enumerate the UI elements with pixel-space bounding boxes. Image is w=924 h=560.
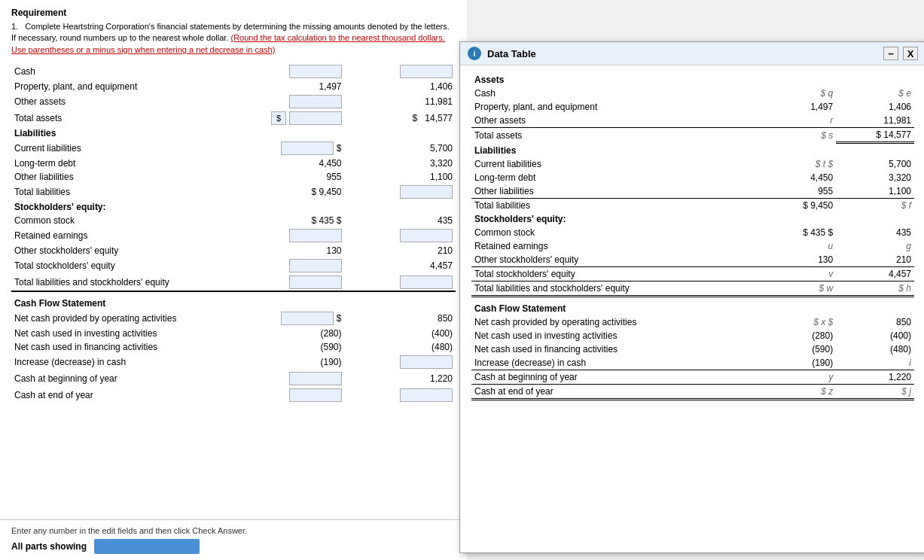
cash-label: Cash (11, 63, 256, 80)
progress-bar (94, 539, 200, 554)
dt-total-liab-dollar: $ (803, 200, 808, 211)
dt-current-val2: 5,700 (836, 157, 914, 171)
total-liab-equity-input1 (256, 274, 345, 291)
cash-input2[interactable] (400, 65, 453, 78)
total-liab-dollar: $ (311, 187, 316, 197)
dt-common-dollar: $ (803, 227, 808, 238)
other-assets-input1 (256, 93, 345, 110)
total-assets-input2[interactable] (289, 111, 342, 125)
total-assets-label: Total assets (11, 110, 256, 126)
dt-total-equity-val2: 4,457 (836, 267, 914, 282)
all-parts-row: All parts showing (11, 539, 456, 554)
dt-longterm-label: Long-term debt (471, 171, 758, 184)
end-cash-input1[interactable] (289, 388, 342, 402)
total-liab-equity-inp2[interactable] (400, 275, 453, 289)
operating-dollar: $ (337, 313, 342, 324)
dt-operating-label: Net cash provided by operating activitie… (471, 315, 758, 329)
info-icon: i (468, 47, 481, 60)
cash-input1[interactable] (289, 65, 342, 78)
dt-ppe-val2: 1,406 (836, 100, 914, 114)
minimize-button[interactable]: − (883, 47, 898, 60)
all-parts-label: All parts showing (11, 541, 87, 552)
dt-beg-val2: 1,220 (836, 370, 914, 385)
dt-other-liab-val2: 1,100 (836, 184, 914, 199)
enter-text: Enter any number in the edit fields and … (11, 526, 456, 535)
operating-label: Net cash provided by operating activitie… (11, 310, 256, 327)
investing-val1: (280) (256, 327, 345, 340)
total-assets-num: 14,577 (425, 113, 453, 123)
dt-common-val1: 435 $ (810, 227, 833, 238)
common-val1: 435 (319, 215, 334, 226)
end-cash-input-col1 (256, 387, 345, 403)
dt-increase-val2: i (836, 356, 914, 370)
dt-longterm-val1: 4,450 (758, 171, 836, 184)
dt-cash-val2: $ e (836, 87, 914, 100)
beg-cash-val2: 1,220 (345, 370, 456, 387)
dt-other-assets-val1: r (758, 114, 836, 128)
beg-cash-input1[interactable] (289, 372, 342, 385)
dt-beg-val1: y (758, 370, 836, 385)
total-equity-input1[interactable] (289, 259, 342, 272)
dt-total-assets-label: Total assets (471, 128, 758, 143)
dt-increase-val1: (190) (758, 356, 836, 370)
main-content: Requirement 1. Complete Heartstring Corp… (0, 0, 467, 560)
other-liab-val1: 955 (256, 170, 345, 184)
operating-val2: 850 (345, 310, 456, 327)
other-equity-val2: 210 (345, 244, 456, 257)
dt-other-liab-label: Other liabilities (471, 184, 758, 199)
dt-cash-val1: $ q (758, 87, 836, 100)
dt-total-assets-val2: $ 14,577 (836, 128, 914, 143)
dt-other-liab-val1: 955 (758, 184, 836, 199)
current-liab-input1[interactable] (281, 142, 334, 155)
beg-cash-input-col (256, 370, 345, 387)
dt-equity-header: Stockholders' equity: (471, 212, 914, 226)
data-table-popup: i Data Table − X Assets Cash $ q $ e Pro… (459, 41, 924, 553)
liabilities-header: Liabilities (11, 126, 456, 140)
operating-input1[interactable] (281, 312, 334, 325)
end-cash-label: Cash at end of year (11, 387, 256, 403)
total-liab-val1: 9,450 (319, 187, 341, 197)
total-assets-input1[interactable] (271, 111, 286, 125)
total-equity-label: Total stockholders' equity (11, 257, 256, 274)
end-cash-input2[interactable] (400, 388, 453, 402)
increase-val1: (190) (256, 354, 345, 370)
dt-beg-label: Cash at beginning of year (471, 370, 758, 385)
dt-financing-val1: (590) (758, 342, 836, 356)
dt-operating-val1: $ x $ (758, 315, 836, 329)
total-liab-equity-inp1[interactable] (289, 275, 342, 289)
increase-input2[interactable] (400, 355, 453, 369)
increase-input-col2 (345, 354, 456, 370)
close-button[interactable]: X (903, 47, 918, 60)
dt-total-liab-val1: 9,450 (810, 200, 833, 211)
ppe-val2: 1,406 (345, 80, 456, 93)
longterm-val2: 3,320 (345, 157, 456, 170)
dt-longterm-val2: 3,320 (836, 171, 914, 184)
other-assets-val2: 11,981 (345, 93, 456, 110)
financial-table: Cash Property, plant, and equipment 1,49… (11, 63, 456, 403)
dt-total-assets-val1: $ s (758, 128, 836, 143)
total-liab-input[interactable] (400, 185, 453, 199)
req-number: 1. (11, 22, 18, 31)
investing-label: Net cash used in investing activities (11, 327, 256, 340)
increase-label: Increase (decrease) in cash (11, 354, 256, 370)
total-liab-equity-label: Total liabilities and stockholders' equi… (11, 274, 256, 291)
retained-input2[interactable] (400, 229, 453, 242)
dt-common-val2: 435 (836, 226, 914, 239)
total-equity-input-col (256, 257, 345, 274)
common-dollar2: $ (337, 215, 342, 226)
popup-controls[interactable]: − X (883, 47, 918, 60)
dt-retained-val2: g (836, 239, 914, 253)
retained-input1[interactable] (289, 229, 342, 242)
longterm-val1: 4,450 (256, 157, 345, 170)
other-assets-input[interactable] (289, 95, 342, 108)
dt-financing-label: Net cash used in financing activities (471, 342, 758, 356)
dt-operating-val2: 850 (836, 315, 914, 329)
data-table: Assets Cash $ q $ e Property, plant, and… (471, 73, 914, 400)
other-liab-label: Other liabilities (11, 170, 256, 184)
cashflow-header: Cash Flow Statement (11, 291, 456, 310)
requirement-header: Requirement (11, 8, 456, 18)
dt-common-col1: $ 435 $ (758, 226, 836, 239)
retained-input-col1 (256, 227, 345, 244)
dt-increase-label: Increase (decrease) in cash (471, 356, 758, 370)
end-cash-input-col2 (345, 387, 456, 403)
